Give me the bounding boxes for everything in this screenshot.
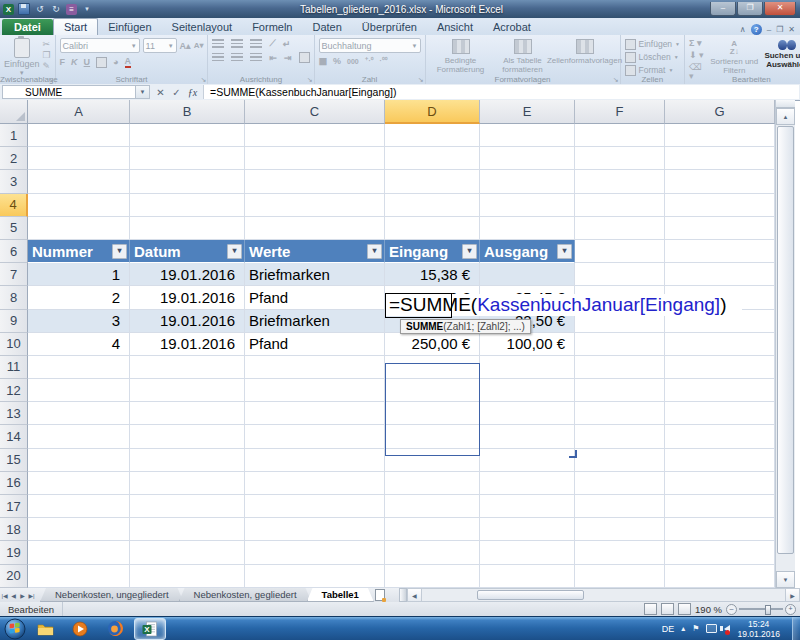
filter-dropdown-icon[interactable]: ▾	[367, 244, 382, 259]
cell-F6[interactable]	[575, 240, 665, 263]
row-header-2[interactable]: 2	[0, 147, 28, 170]
cell-styles-button[interactable]: Zellenformatvorlagen	[554, 38, 616, 74]
volume-muted-icon[interactable]	[724, 625, 730, 633]
align-left-icon[interactable]	[212, 53, 224, 62]
cell-A12[interactable]	[28, 379, 130, 402]
prev-sheet-icon[interactable]: ◀	[9, 588, 18, 602]
grow-font-icon[interactable]: A▴	[180, 41, 191, 51]
insert-function-icon[interactable]: ƒx	[185, 87, 200, 98]
font-color-icon[interactable]: A	[125, 56, 132, 68]
cell-A2[interactable]	[28, 147, 130, 170]
cell-G5[interactable]	[665, 217, 775, 240]
start-button[interactable]	[3, 617, 26, 640]
align-right-icon[interactable]	[250, 53, 262, 62]
row-header-12[interactable]: 12	[0, 379, 28, 402]
cell-E19[interactable]	[480, 541, 575, 564]
cell-A14[interactable]	[28, 425, 130, 448]
cell-A11[interactable]	[28, 356, 130, 379]
tab-datei[interactable]: Datei	[2, 19, 53, 35]
vertical-scrollbar[interactable]: ▲ ▼	[775, 100, 795, 588]
cell-E4[interactable]	[480, 194, 575, 217]
tab-split-handle[interactable]	[399, 588, 407, 602]
cut-icon[interactable]: ✂	[43, 40, 51, 49]
cell-E2[interactable]	[480, 147, 575, 170]
zoom-in-icon[interactable]: +	[785, 604, 796, 615]
row-header-10[interactable]: 10	[0, 333, 28, 356]
in-cell-formula[interactable]: =SUMME(KassenbuchJanuar[Eingang])	[389, 293, 726, 317]
minimize-button[interactable]: –	[710, 2, 736, 16]
dialog-launcher-icon[interactable]: ↘	[48, 76, 54, 84]
row-header-8[interactable]: 8	[0, 286, 28, 309]
comma-style-icon[interactable]: 000	[347, 58, 359, 65]
row-header-18[interactable]: 18	[0, 518, 28, 541]
cell-A15[interactable]	[28, 449, 130, 472]
ribbon-tab-seitenlayout[interactable]: Seitenlayout	[162, 19, 243, 35]
cell-D3[interactable]	[385, 170, 480, 193]
split-handle[interactable]	[776, 100, 795, 108]
cell-E3[interactable]	[480, 170, 575, 193]
scroll-right-icon[interactable]: ▶	[785, 589, 799, 601]
increase-decimal-icon[interactable]: ⁺·⁰	[365, 57, 374, 65]
number-format-combo[interactable]: Buchhaltung▼	[319, 38, 421, 53]
ribbon-tab-überprüfen[interactable]: Überprüfen	[352, 19, 427, 35]
cell-A4[interactable]	[28, 194, 130, 217]
redo-icon[interactable]: ↻	[50, 3, 62, 15]
underline-icon[interactable]: U	[84, 57, 91, 67]
cell-E14[interactable]	[480, 425, 575, 448]
scroll-down-icon[interactable]: ▼	[776, 571, 795, 588]
cell-F16[interactable]	[575, 472, 665, 495]
insert-cells-button[interactable]: Einfügen ▼	[625, 38, 681, 50]
cell-E12[interactable]	[480, 379, 575, 402]
sheet-tab-3[interactable]: Tabelle1	[307, 588, 374, 602]
cell-C15[interactable]	[245, 449, 385, 472]
cell-E11[interactable]	[480, 356, 575, 379]
cell-B11[interactable]	[130, 356, 245, 379]
cell-C11[interactable]	[245, 356, 385, 379]
cell-B15[interactable]	[130, 449, 245, 472]
cell-D20[interactable]	[385, 565, 480, 588]
vertical-scroll-thumb[interactable]	[777, 126, 794, 554]
scroll-left-icon[interactable]: ◀	[408, 589, 422, 601]
quick-print-icon[interactable]: ≡	[66, 4, 77, 15]
orientation-icon[interactable]: ⟋	[269, 38, 275, 49]
shrink-font-icon[interactable]: A▾	[194, 41, 204, 50]
workbook-minimize-icon[interactable]: –	[767, 25, 771, 34]
cell-E16[interactable]	[480, 472, 575, 495]
cell-D1[interactable]	[385, 124, 480, 147]
row-header-5[interactable]: 5	[0, 217, 28, 240]
cell-C14[interactable]	[245, 425, 385, 448]
filter-dropdown-icon[interactable]: ▾	[557, 244, 572, 259]
cell-B4[interactable]	[130, 194, 245, 217]
ribbon-tab-formeln[interactable]: Formeln	[242, 19, 302, 35]
name-box-dropdown-icon[interactable]: ▼	[136, 85, 150, 99]
cell-D10[interactable]: 250,00 €	[385, 333, 480, 356]
customize-qat-arrow-icon[interactable]: ▼	[81, 3, 93, 15]
dialog-launcher-icon[interactable]: ↘	[307, 76, 313, 84]
cell-E5[interactable]	[480, 217, 575, 240]
cell-D19[interactable]	[385, 541, 480, 564]
taskbar-firefox-button[interactable]	[99, 618, 131, 640]
workbook-close-icon[interactable]: ✕	[788, 25, 795, 34]
page-break-view-icon[interactable]	[678, 603, 691, 615]
cell-G15[interactable]	[665, 449, 775, 472]
copy-icon[interactable]: ❐	[43, 51, 51, 60]
column-header-C[interactable]: C	[245, 100, 385, 124]
cell-B20[interactable]	[130, 565, 245, 588]
format-painter-icon[interactable]: ✎	[43, 62, 51, 71]
cell-D2[interactable]	[385, 147, 480, 170]
cell-G11[interactable]	[665, 356, 775, 379]
close-button[interactable]: ✕	[764, 2, 796, 16]
cell-E13[interactable]	[480, 402, 575, 425]
cell-C5[interactable]	[245, 217, 385, 240]
cell-B16[interactable]	[130, 472, 245, 495]
taskbar-excel-button[interactable]: X	[134, 618, 166, 640]
clock[interactable]: 15:24 19.01.2016	[737, 619, 780, 639]
cell-B1[interactable]	[130, 124, 245, 147]
normal-view-icon[interactable]	[644, 603, 657, 615]
column-header-E[interactable]: E	[480, 100, 575, 124]
cell-E20[interactable]	[480, 565, 575, 588]
enter-icon[interactable]: ✓	[169, 87, 184, 98]
cell-F18[interactable]	[575, 518, 665, 541]
cell-G6[interactable]	[665, 240, 775, 263]
cell-G2[interactable]	[665, 147, 775, 170]
